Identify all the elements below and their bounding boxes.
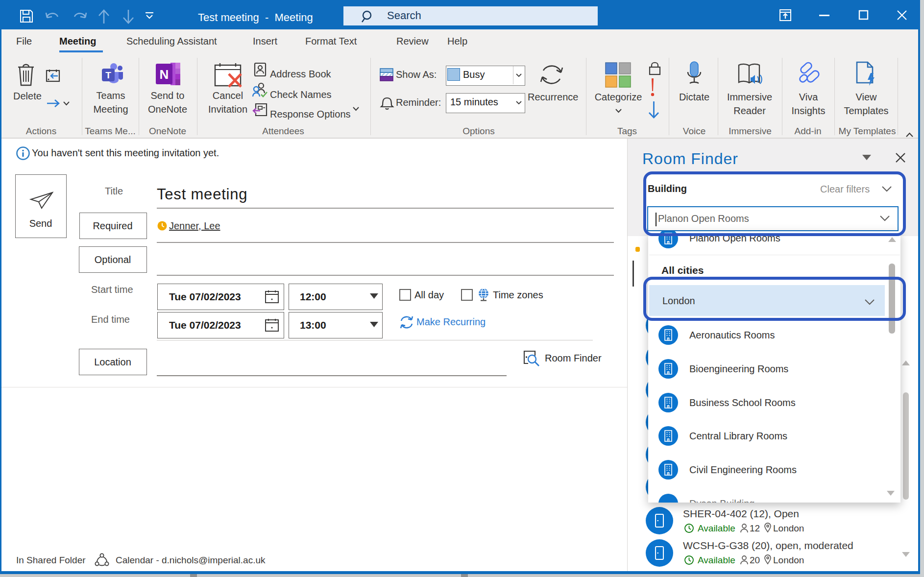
svg-text:N: N: [160, 67, 169, 82]
svg-text:T: T: [105, 70, 111, 80]
